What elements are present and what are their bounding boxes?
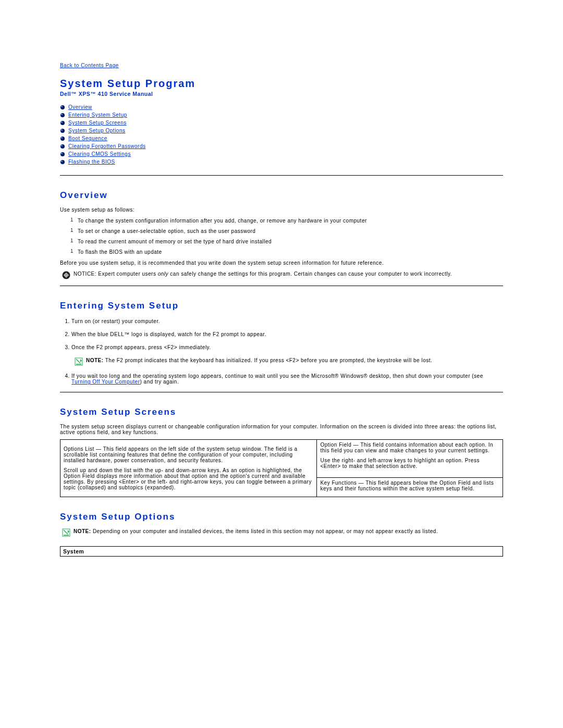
entering-step-3: Once the F2 prompt appears, press <F2> i… [71, 344, 503, 350]
svg-point-11 [61, 145, 63, 146]
overview-bullet-1: To change the system configuration infor… [70, 218, 503, 224]
overview-intro: Use system setup as follows: [60, 207, 503, 213]
turning-off-link[interactable]: Turning Off Your Computer [71, 379, 140, 385]
notice-label: NOTICE: [74, 271, 96, 277]
svg-point-4 [60, 121, 65, 125]
step4-pre: If you wait too long and the operating s… [71, 373, 483, 379]
note-label: NOTE: [86, 357, 104, 363]
overview-list: To change the system configuration infor… [60, 218, 503, 255]
manual-subtitle: Dell™ XPS™ 410 Service Manual [60, 91, 503, 97]
options-heading: System Setup Options [60, 512, 503, 522]
bullet-icon [60, 113, 65, 118]
screens-table: Options List — This field appears on the… [60, 439, 503, 497]
screens-right2-cell: Key Functions — This field appears below… [317, 477, 503, 497]
bullet-icon [60, 128, 65, 133]
toc-link-screens[interactable]: System Setup Screens [68, 120, 127, 126]
svg-point-3 [61, 114, 63, 115]
divider [60, 286, 503, 286]
toc-link-entering[interactable]: Entering System Setup [68, 112, 127, 118]
notice-pre: Expert computer users [96, 271, 158, 277]
svg-point-5 [61, 121, 63, 123]
back-to-contents-link[interactable]: Back to Contents Page [60, 63, 119, 68]
divider [60, 392, 503, 392]
svg-point-2 [60, 113, 65, 117]
entering-step-1: Turn on (or restart) your computer. [71, 318, 503, 324]
bullet-icon [60, 144, 65, 149]
screens-right1-p2: Use the right- and left-arrow keys to hi… [320, 458, 499, 469]
toc-link-bios[interactable]: Flashing the BIOS [68, 159, 115, 165]
options-note-body: Depending on your computer and installed… [91, 528, 438, 534]
screens-right1-p1: Option Field — This field contains infor… [320, 442, 499, 453]
overview-bullet-3: To read the current amount of memory or … [70, 239, 503, 244]
screens-left-cell: Options List — This field appears on the… [60, 440, 317, 497]
svg-point-17 [66, 275, 67, 276]
overview-bullet-2: To set or change a user-selectable optio… [70, 228, 503, 234]
notice-post: can safely change the settings for this … [168, 271, 452, 277]
toc-item-options: System Setup Options [60, 128, 503, 133]
note-body: The F2 prompt indicates that the keyboar… [104, 357, 433, 363]
entering-note-row: NOTE: The F2 prompt indicates that the k… [75, 357, 503, 366]
options-note-text: NOTE: Depending on your computer and ins… [74, 528, 503, 534]
svg-point-1 [61, 106, 63, 107]
overview-heading: Overview [60, 190, 503, 201]
svg-point-0 [60, 105, 65, 109]
bullet-icon [60, 105, 65, 110]
svg-point-15 [61, 161, 63, 162]
toc-link-passwords[interactable]: Clearing Forgotten Passwords [68, 143, 146, 149]
screens-right1-cell: Option Field — This field contains infor… [317, 440, 503, 478]
toc-item-boot: Boot Sequence [60, 135, 503, 141]
toc-item-screens: System Setup Screens [60, 120, 503, 126]
options-note-label: NOTE: [74, 528, 91, 534]
toc-item-bios: Flashing the BIOS [60, 159, 503, 165]
note-icon [62, 528, 70, 537]
overview-bullet-4: To flash the BIOS with an update [70, 249, 503, 255]
entering-note-text: NOTE: The F2 prompt indicates that the k… [86, 357, 503, 363]
options-row-system: System [60, 547, 503, 557]
svg-point-10 [60, 144, 65, 149]
divider [60, 175, 503, 176]
svg-point-13 [61, 153, 63, 154]
entering-steps: Turn on (or restart) your computer. When… [60, 318, 503, 350]
screens-left-p2: Scroll up and down the list with the up-… [64, 467, 313, 490]
toc-item-entering: Entering System Setup [60, 112, 503, 118]
toc-item-cmos: Clearing CMOS Settings [60, 151, 503, 157]
screens-intro: The system setup screen displays current… [60, 424, 503, 435]
toc-link-boot[interactable]: Boot Sequence [68, 135, 107, 141]
bullet-icon [60, 120, 65, 126]
notice-icon [62, 271, 70, 279]
options-note-row: NOTE: Depending on your computer and ins… [62, 528, 503, 537]
screens-heading: System Setup Screens [60, 407, 503, 417]
bullet-icon [60, 136, 65, 141]
toc-item-passwords: Clearing Forgotten Passwords [60, 143, 503, 149]
entering-step-2: When the blue DELL™ logo is displayed, w… [71, 331, 503, 337]
svg-point-8 [60, 137, 65, 141]
entering-steps-cont: If you wait too long and the operating s… [60, 373, 503, 385]
svg-point-6 [60, 129, 65, 133]
options-table: System [60, 546, 503, 557]
notice-only: only [158, 271, 168, 277]
notice-row: NOTICE: Expert computer users only can s… [62, 271, 503, 279]
step4-post: ) and try again. [140, 379, 179, 385]
table-of-contents: Overview Entering System Setup System Se… [60, 104, 503, 165]
page-title: System Setup Program [60, 78, 503, 90]
svg-point-14 [60, 160, 65, 164]
note-icon [75, 357, 83, 366]
screens-left-p1: Options List — This field appears on the… [64, 446, 313, 463]
entering-heading: Entering System Setup [60, 301, 503, 311]
toc-link-overview[interactable]: Overview [68, 104, 92, 110]
bullet-icon [60, 152, 65, 157]
toc-item-overview: Overview [60, 104, 503, 110]
notice-text: NOTICE: Expert computer users only can s… [74, 271, 503, 277]
overview-recommendation: Before you use system setup, it is recom… [60, 260, 503, 266]
svg-point-9 [61, 137, 63, 139]
bullet-icon [60, 159, 65, 165]
svg-point-12 [60, 152, 65, 156]
toc-link-options[interactable]: System Setup Options [68, 128, 126, 133]
entering-step-4: If you wait too long and the operating s… [71, 373, 503, 385]
svg-point-7 [61, 129, 63, 131]
toc-link-cmos[interactable]: Clearing CMOS Settings [68, 151, 131, 157]
